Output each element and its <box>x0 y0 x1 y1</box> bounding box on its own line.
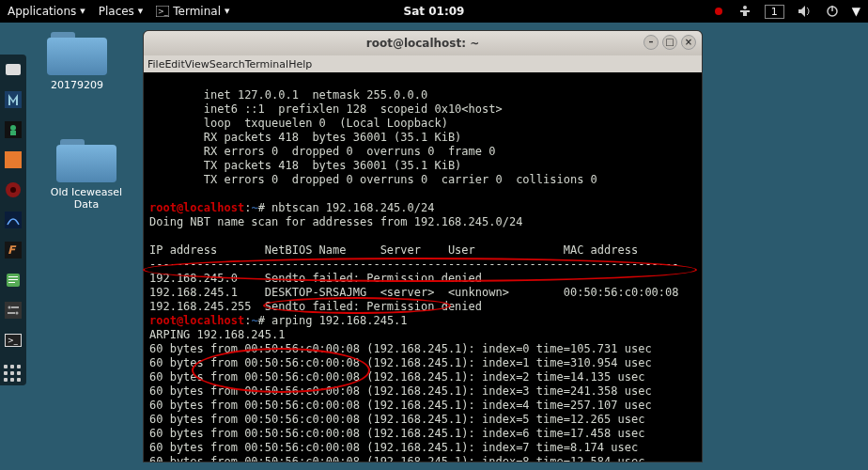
term-line: loop txqueuelen 0 (Local Loopback) <box>149 117 448 130</box>
svg-rect-14 <box>5 151 22 168</box>
applications-label: Applications <box>8 5 76 18</box>
term-prompt: root@localhost:~# nbtscan 192.168.245.0/… <box>149 201 434 214</box>
term-line: 192.168.245.255 Sendto failed: Permissio… <box>149 300 482 313</box>
term-line: 192.168.245.0 Sendto failed: Permission … <box>149 272 482 285</box>
dock-item-metasploit[interactable] <box>4 90 23 109</box>
dock-item-faraday[interactable]: F <box>4 241 23 259</box>
minimize-button[interactable]: – <box>643 35 659 50</box>
terminal-label: Terminal <box>173 5 221 18</box>
prompt-user: root@localhost <box>149 314 244 327</box>
terminal-title: root@localhost: ~ <box>366 37 480 50</box>
maximize-button[interactable]: □ <box>662 35 677 50</box>
dock-item-beef[interactable] <box>4 211 23 229</box>
menu-help[interactable]: Help <box>288 58 312 70</box>
svg-point-25 <box>8 306 11 309</box>
dock-item-leafpad[interactable] <box>4 271 23 290</box>
dock-show-apps[interactable] <box>4 361 23 380</box>
prompt-path: ~ <box>251 314 257 327</box>
chevron-down-icon: ▼ <box>225 8 229 15</box>
menu-view[interactable]: View <box>185 58 209 70</box>
svg-text:>_: >_ <box>158 8 169 16</box>
svg-text:>_: >_ <box>8 337 19 345</box>
prompt-user: root@localhost <box>149 201 244 214</box>
svg-rect-26 <box>11 306 19 308</box>
prompt-cmd: # arping 192.168.245.1 <box>258 314 408 327</box>
dock-item-armitage[interactable] <box>4 120 23 139</box>
term-line: ARPING 192.168.245.1 <box>149 328 286 341</box>
terminal-icon: >_ <box>156 6 169 17</box>
term-line: 60 bytes from 00:50:56:c0:00:08 (192.168… <box>149 356 652 369</box>
folder-label: 20179209 <box>39 79 115 91</box>
menu-search[interactable]: Search <box>209 58 245 70</box>
terminal-menu[interactable]: >_ Terminal ▼ <box>156 5 229 18</box>
svg-point-3 <box>743 6 747 9</box>
svg-point-16 <box>10 187 16 193</box>
places-menu[interactable]: Places ▼ <box>99 5 144 18</box>
folder-label: Old Iceweasel Data <box>39 186 133 211</box>
svg-rect-5 <box>743 10 747 16</box>
term-line: 60 bytes from 00:50:56:c0:00:08 (192.168… <box>149 441 638 454</box>
grid-icon <box>4 365 23 384</box>
dock-item-burp[interactable] <box>4 150 23 169</box>
term-line: IP address NetBIOS Name Server User MAC … <box>149 243 638 257</box>
workspace-indicator[interactable]: 1 <box>765 5 784 19</box>
record-icon[interactable] <box>712 5 725 18</box>
dock-item-tweaks[interactable] <box>4 301 23 320</box>
term-line: 60 bytes from 00:50:56:c0:00:08 (192.168… <box>149 413 644 426</box>
svg-rect-17 <box>5 212 22 228</box>
svg-point-27 <box>16 312 19 315</box>
terminal-menubar: File Edit View Search Terminal Help <box>144 55 702 72</box>
svg-rect-23 <box>8 282 15 283</box>
close-button[interactable]: × <box>681 35 696 50</box>
term-line: TX errors 0 dropped 0 overruns 0 carrier… <box>149 173 597 186</box>
dock-item-terminal-shortcut[interactable]: >_ <box>4 331 23 350</box>
svg-rect-9 <box>6 64 21 75</box>
term-line: 60 bytes from 00:50:56:c0:00:08 (192.168… <box>149 455 644 462</box>
volume-icon[interactable] <box>798 5 813 18</box>
dock-item-maltego[interactable] <box>4 180 23 199</box>
folder-icon <box>56 135 116 182</box>
term-line: ----------------------------------------… <box>149 258 679 271</box>
term-line: TX packets 418 bytes 36001 (35.1 KiB) <box>149 159 461 172</box>
terminal-window: root@localhost: ~ – □ × File Edit View S… <box>143 30 703 462</box>
places-label: Places <box>99 5 134 18</box>
top-panel: Applications ▼ Places ▼ >_ Terminal ▼ Sa… <box>0 0 868 23</box>
desktop-folder-1[interactable]: 20179209 <box>39 28 115 91</box>
menu-terminal[interactable]: Terminal <box>245 58 289 70</box>
term-line: 60 bytes from 00:50:56:c0:00:08 (192.168… <box>149 370 644 384</box>
menu-edit[interactable]: Edit <box>164 58 184 70</box>
term-line: Doing NBT name scan for addresses from 1… <box>149 215 522 228</box>
dock-item-files[interactable] <box>4 60 23 79</box>
term-line: RX errors 0 dropped 0 overruns 0 frame 0 <box>149 145 495 158</box>
term-line: 60 bytes from 00:50:56:c0:00:08 (192.168… <box>149 342 652 355</box>
svg-rect-22 <box>8 279 18 280</box>
folder-icon <box>47 28 107 75</box>
svg-point-12 <box>10 125 16 131</box>
prompt-path: ~ <box>251 201 257 214</box>
menu-file[interactable]: File <box>147 58 164 70</box>
svg-rect-13 <box>10 131 16 135</box>
svg-rect-21 <box>8 276 18 277</box>
chevron-down-icon: ▼ <box>138 8 143 15</box>
term-line: 60 bytes from 00:50:56:c0:00:08 (192.168… <box>149 399 652 412</box>
power-icon[interactable] <box>826 5 839 18</box>
applications-menu[interactable]: Applications ▼ <box>8 5 85 18</box>
term-line: inet6 ::1 prefixlen 128 scopeid 0x10<hos… <box>149 102 503 116</box>
desktop-folder-2[interactable]: Old Iceweasel Data <box>39 135 133 211</box>
terminal-titlebar[interactable]: root@localhost: ~ – □ × <box>144 31 702 55</box>
terminal-body[interactable]: inet 127.0.0.1 netmask 255.0.0.0 inet6 :… <box>144 72 702 462</box>
svg-rect-10 <box>5 91 22 108</box>
svg-point-2 <box>715 8 722 15</box>
clock[interactable]: Sat 01:09 <box>404 5 465 18</box>
chevron-down-icon: ▼ <box>80 8 85 15</box>
svg-marker-6 <box>798 6 805 17</box>
prompt-cmd: # nbtscan 192.168.245.0/24 <box>258 201 435 214</box>
dock: F >_ <box>0 55 26 385</box>
chevron-down-icon[interactable]: ▼ <box>852 5 860 18</box>
term-line: RX packets 418 bytes 36001 (35.1 KiB) <box>149 131 461 144</box>
term-line: 192.168.245.1 DESKTOP-SRSAJMG <server> <… <box>149 286 679 299</box>
accessibility-icon[interactable] <box>738 5 752 18</box>
term-line: inet 127.0.0.1 netmask 255.0.0.0 <box>149 88 427 102</box>
term-prompt: root@localhost:~# arping 192.168.245.1 <box>149 314 408 327</box>
svg-rect-28 <box>8 312 15 314</box>
